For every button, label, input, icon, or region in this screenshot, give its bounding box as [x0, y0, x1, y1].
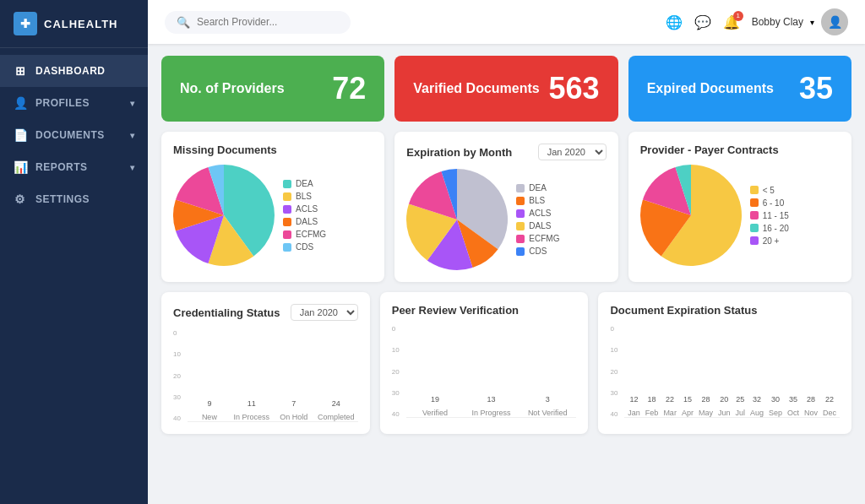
legend-acls: ACLS [516, 209, 559, 218]
search-box[interactable]: 🔍 [165, 11, 351, 34]
bar-value: 19 [431, 395, 439, 404]
missing-documents-pie [173, 165, 275, 266]
bar-value: 7 [291, 399, 296, 408]
credentialing-status-card: Credentialing Status Jan 2020 40 30 20 1… [161, 292, 370, 434]
credentialing-status-title: Credentialing Status Jan 2020 [173, 304, 358, 321]
bar-label: Jul [735, 409, 745, 417]
search-icon: 🔍 [177, 16, 190, 29]
sidebar-item-label: DASHBOARD [35, 65, 106, 77]
bar-label: Apr [682, 409, 694, 417]
bar-value: 32 [753, 395, 761, 404]
provider-payer-title: Provider - Payer Contracts [640, 144, 840, 156]
bar-group: 11In Process [233, 399, 270, 421]
legend-20plus: 20 + [750, 236, 789, 246]
sidebar-item-profiles[interactable]: 👤 PROFILES ▾ [0, 87, 148, 119]
bar-label: Jan [628, 409, 640, 417]
bar-label: New [202, 413, 217, 421]
bar-value: 20 [720, 395, 728, 404]
expiration-month-dropdown[interactable]: Jan 2020 Feb 2020 [538, 144, 607, 160]
charts-row-2: Credentialing Status Jan 2020 40 30 20 1… [161, 292, 851, 434]
legend-cds: CDS [283, 242, 326, 252]
bar-group: 18Feb [645, 395, 659, 417]
sidebar-item-label: DOCUMENTS [35, 129, 105, 141]
bars-wrapper: 9New11In Process7On Hold24Completed [188, 329, 358, 422]
chevron-down-icon: ▾ [130, 163, 135, 172]
bar-group: 28May [699, 395, 713, 417]
bar-value: 13 [487, 395, 496, 404]
bar-value: 24 [332, 399, 340, 408]
bar-group: 7On Hold [275, 399, 313, 421]
bar-group: 25Jul [735, 395, 745, 417]
chevron-down-icon: ▾ [810, 18, 814, 27]
bar-group: 15Apr [682, 395, 694, 417]
bar-group: 9New [191, 399, 228, 421]
main-content: 🔍 🌐 💬 🔔1 Bobby Clay ▾ 👤 No. of Providers… [148, 0, 865, 504]
logo-text: CALHEALTH [44, 18, 117, 30]
bar-label: Mar [663, 409, 677, 417]
bar-value: 3 [546, 395, 550, 404]
peer-review-bars: 19Verified13In Progress3Not Verified [406, 325, 577, 418]
bar-label: Oct [787, 409, 799, 417]
bars-wrapper: 12Jan18Feb22Mar15Apr28May20Jun25Jul32Aug… [624, 325, 840, 418]
stat-card-providers: No. of Providers 72 [161, 56, 384, 122]
search-input[interactable] [197, 16, 332, 28]
chat-icon[interactable]: 💬 [694, 14, 711, 30]
user-name: Bobby Clay [752, 16, 803, 28]
doc-expiration-chart: 40 30 20 10 0 12Jan18Feb22Mar15Apr28May2… [610, 325, 840, 418]
sidebar-item-dashboard[interactable]: ⊞ DASHBOARD [0, 55, 148, 87]
expiration-month-title: Expiration by Month Jan 2020 Feb 2020 [406, 144, 606, 160]
bar-value: 12 [630, 395, 639, 404]
credentialing-chart: 40 30 20 10 0 9New11In Process7On Hold24… [173, 329, 358, 422]
sidebar-item-settings[interactable]: ⚙ SETTINGS [0, 183, 148, 215]
legend-lt5: < 5 [750, 186, 789, 195]
dashboard-icon: ⊞ [14, 64, 27, 78]
stat-verified-label: Varified Documents [413, 81, 539, 96]
notification-icon[interactable]: 🔔1 [723, 14, 740, 30]
sidebar-item-documents[interactable]: 📄 DOCUMENTS ▾ [0, 119, 148, 151]
stat-card-expired: Expired Documents 35 [628, 56, 851, 122]
legend-16-20: 16 - 20 [750, 224, 789, 233]
legend-dea: DEA [516, 183, 559, 192]
bar-label: Jun [718, 409, 731, 417]
bar-group: 35Oct [787, 395, 799, 417]
legend-dals: DALS [516, 221, 559, 230]
bar-label: Not Verified [528, 409, 568, 417]
y-axis: 40 30 20 10 0 [610, 325, 621, 418]
chevron-down-icon: ▾ [130, 131, 135, 140]
header: 🔍 🌐 💬 🔔1 Bobby Clay ▾ 👤 [148, 0, 865, 44]
bar-group: 22Dec [823, 395, 836, 417]
user-info[interactable]: Bobby Clay ▾ 👤 [752, 8, 848, 35]
expiration-month-card: Expiration by Month Jan 2020 Feb 2020 [394, 132, 617, 282]
stat-card-verified: Varified Documents 563 [394, 56, 617, 122]
sidebar-item-reports[interactable]: 📊 REPORTS ▾ [0, 151, 148, 183]
provider-payer-card: Provider - Payer Contracts < 5 6 - 10 11… [628, 132, 851, 282]
translate-icon[interactable]: 🌐 [666, 14, 683, 30]
bar-label: Dec [823, 409, 836, 417]
content-area: No. of Providers 72 Varified Documents 5… [148, 44, 865, 504]
provider-payer-legend: < 5 6 - 10 11 - 15 16 - 20 20 + [750, 186, 789, 246]
stat-providers-label: No. of Providers [180, 81, 285, 96]
bar-group: 19Verified [410, 395, 461, 417]
bar-label: Nov [804, 409, 818, 417]
credentialing-dropdown[interactable]: Jan 2020 [291, 304, 358, 321]
bar-group: 22Mar [663, 395, 677, 417]
bar-group: 13In Progress [465, 395, 517, 417]
provider-payer-pie [640, 165, 742, 266]
bar-group: 3Not Verified [522, 395, 574, 417]
missing-documents-card: Missing Documents DEA BLS [161, 132, 384, 282]
bar-label: Feb [645, 409, 659, 417]
bar-value: 28 [701, 395, 710, 404]
peer-review-title: Peer Review Verification [392, 304, 577, 317]
bar-group: 24Completed [318, 399, 355, 421]
bar-label: On Hold [280, 413, 307, 421]
stat-providers-value: 72 [332, 71, 366, 106]
legend-bls: BLS [516, 196, 559, 205]
bar-label: Completed [318, 413, 355, 421]
legend-ecfmg: ECFMG [283, 230, 326, 239]
avatar: 👤 [821, 8, 848, 35]
bar-label: May [699, 409, 713, 417]
bar-value: 30 [771, 395, 780, 404]
expiration-month-chart: DEA BLS ACLS DALS ECFMG CDS [406, 169, 606, 270]
bar-value: 9 [207, 399, 211, 408]
legend-dea: DEA [283, 179, 326, 188]
